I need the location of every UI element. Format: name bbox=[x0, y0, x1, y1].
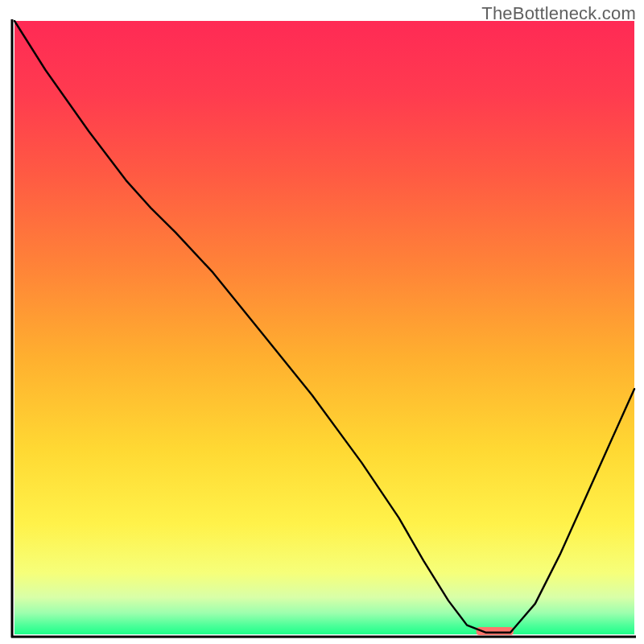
watermark-label: TheBottleneck.com bbox=[481, 3, 636, 24]
chart-container: TheBottleneck.com bbox=[0, 0, 644, 644]
plot-background bbox=[14, 21, 634, 634]
bottleneck-chart bbox=[0, 0, 644, 644]
